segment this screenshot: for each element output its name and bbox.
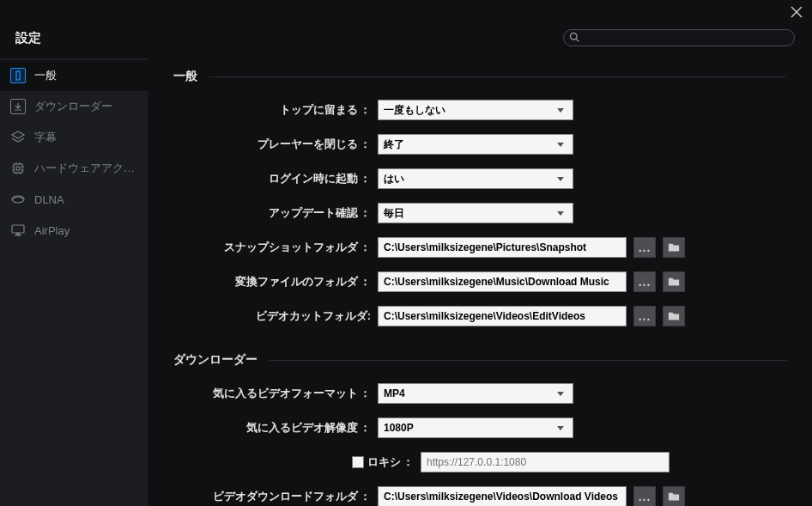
browse-button[interactable]: ...	[633, 271, 656, 292]
chevron-down-icon	[552, 135, 569, 154]
path-download-folder[interactable]: C:\Users\milksizegene\Videos\Download Vi…	[378, 486, 627, 506]
chevron-down-icon	[552, 169, 569, 188]
chevron-down-icon	[552, 418, 569, 437]
label-proxy: ロキシ：	[173, 454, 414, 470]
divider	[209, 76, 786, 77]
sidebar-item-label: ダウンローダー	[34, 99, 112, 114]
sidebar-item-label: ハードウェアアク…	[34, 161, 135, 176]
open-folder-button[interactable]	[663, 306, 685, 326]
open-folder-button[interactable]	[663, 237, 685, 258]
label-snapshot-folder: スナップショットフォルダ：	[173, 240, 371, 255]
chevron-down-icon	[552, 204, 569, 223]
path-snapshot-folder[interactable]: C:\Users\milksizegene\Pictures\Snapshot	[378, 237, 627, 258]
content-area: 一般 トップに留まる： 一度もしない プレーヤーを閉じる： 終了 ログイン時に起…	[148, 58, 812, 506]
dropdown-update-check[interactable]: 毎日	[378, 203, 573, 223]
label-stay-on-top: トップに留まる：	[173, 102, 371, 118]
label-close-player: プレーヤーを閉じる：	[173, 137, 371, 152]
sidebar-item-hardware[interactable]: ハードウェアアク…	[0, 153, 148, 184]
sidebar-item-subtitles[interactable]: 字幕	[0, 122, 148, 153]
sidebar-item-dlna[interactable]: DLNA	[0, 184, 148, 215]
chip-icon	[10, 161, 26, 176]
svg-point-0	[571, 33, 578, 40]
svg-rect-5	[12, 225, 24, 233]
browse-button[interactable]: ...	[633, 306, 656, 326]
dropdown-fav-format[interactable]: MP4	[378, 383, 573, 404]
label-fav-format: 気に入るビデオフォーマット：	[173, 386, 371, 401]
label-convert-folder: 変換ファイルのフォルダ：	[173, 274, 371, 290]
sidebar-item-label: DLNA	[34, 193, 64, 206]
open-folder-button[interactable]	[663, 486, 685, 506]
sidebar-item-label: 字幕	[34, 130, 57, 145]
dropdown-close-player[interactable]: 終了	[378, 134, 573, 155]
airplay-icon	[10, 223, 26, 238]
sidebar-item-downloader[interactable]: ダウンローダー	[0, 91, 148, 122]
label-fav-resolution: 気に入るビデオ解像度：	[173, 420, 371, 436]
chevron-down-icon	[552, 101, 569, 119]
path-videocut-folder[interactable]: C:\Users\milksizegene\Videos\EditVideos	[378, 306, 627, 326]
section-heading-downloader: ダウンローダー	[173, 352, 786, 368]
dropdown-stay-on-top[interactable]: 一度もしない	[378, 100, 573, 120]
label-start-on-login: ログイン時に起動：	[173, 171, 371, 186]
chevron-down-icon	[552, 384, 569, 403]
svg-rect-1	[16, 71, 20, 80]
label-download-folder: ビデオダウンロードフォルダ：	[173, 489, 371, 504]
proxy-input[interactable]	[421, 452, 670, 472]
search-input[interactable]	[583, 32, 789, 44]
sidebar-item-general[interactable]: 一般	[0, 60, 148, 91]
dropdown-fav-resolution[interactable]: 1080P	[378, 418, 573, 438]
open-folder-button[interactable]	[663, 271, 685, 292]
general-icon	[10, 68, 26, 83]
sidebar-item-label: AirPlay	[34, 224, 70, 237]
download-icon	[10, 99, 26, 114]
label-videocut-folder: ビデオカットフォルダ:	[173, 308, 371, 324]
layers-icon	[10, 130, 26, 145]
path-convert-folder[interactable]: C:\Users\milksizegene\Music\Download Mus…	[378, 271, 627, 292]
section-heading-general: 一般	[173, 69, 786, 84]
dropdown-start-on-login[interactable]: はい	[378, 168, 573, 189]
browse-button[interactable]: ...	[633, 486, 656, 506]
search-field[interactable]	[563, 29, 795, 46]
sidebar: 一般 ダウンローダー 字幕 ハードウェアアク… DLNA	[0, 58, 148, 506]
proxy-checkbox[interactable]	[352, 456, 364, 468]
sidebar-item-label: 一般	[34, 68, 57, 83]
sidebar-item-airplay[interactable]: AirPlay	[0, 215, 148, 246]
divider	[270, 360, 786, 361]
label-update-check: アップデート確認：	[173, 205, 371, 221]
page-title: 設定	[15, 30, 41, 46]
svg-rect-2	[14, 164, 22, 173]
close-icon[interactable]	[790, 5, 803, 19]
svg-rect-3	[16, 167, 20, 170]
browse-button[interactable]: ...	[633, 237, 656, 258]
dlna-icon	[10, 192, 26, 207]
search-icon	[569, 32, 583, 45]
